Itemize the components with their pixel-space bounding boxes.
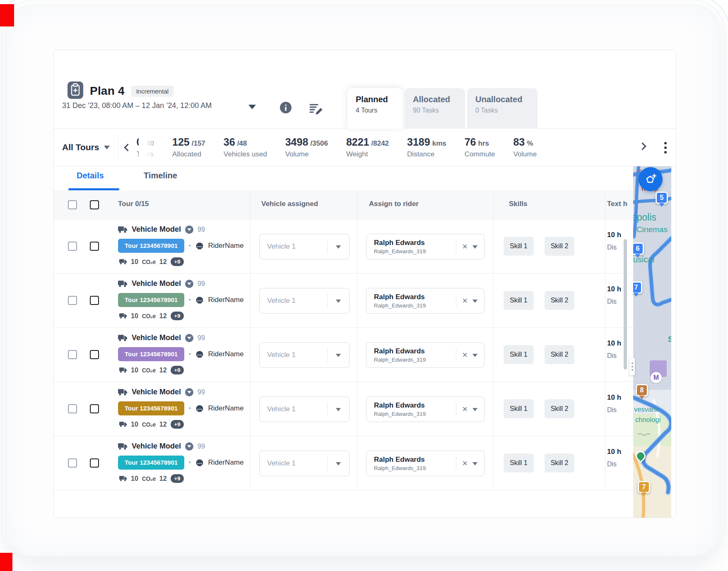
chevron-down-icon[interactable] <box>472 354 477 360</box>
chevron-down-icon[interactable] <box>472 408 477 414</box>
rider-helmet-icon <box>195 242 204 250</box>
row-checkbox[interactable] <box>90 296 99 305</box>
stat-item: 36 /48 Vehicles used <box>224 136 267 158</box>
rider-assign-box[interactable]: Ralph Edwards Ralph_Edwards_319 <box>366 288 485 314</box>
stat-value: 36 <box>224 136 235 148</box>
row-checkbox-outer[interactable] <box>68 350 77 359</box>
tour-summary-cell: 10 h Dis <box>607 448 633 468</box>
vertical-scrollbar[interactable] <box>624 239 627 369</box>
stats-fade-left <box>139 129 163 166</box>
tour-pill[interactable]: Tour 12345678901 <box>118 456 184 470</box>
skill-chip[interactable]: Skill 2 <box>545 237 575 256</box>
more-badge[interactable]: +9 <box>171 312 184 320</box>
map-panel[interactable]: hosp epolis Cinemas usical S vesvara chn… <box>633 166 671 518</box>
stats-scroll-right-icon[interactable] <box>639 142 646 150</box>
stat-item: 3189 kms Distance <box>407 136 446 158</box>
skill-chip[interactable]: Skill 2 <box>545 345 575 364</box>
map-marker[interactable]: 8 <box>636 384 648 396</box>
row-checkbox-outer[interactable] <box>68 242 77 251</box>
tour-pill[interactable]: Tour 12345678901 <box>118 239 184 253</box>
tab-unallocated[interactable]: Unallocated 0 Tasks <box>467 88 538 129</box>
map-marker[interactable]: 7 <box>638 481 650 493</box>
skill-chip[interactable]: Skill 2 <box>545 291 575 310</box>
row-checkbox-outer[interactable] <box>68 404 77 413</box>
tab-timeline[interactable]: Timeline <box>144 171 177 180</box>
skill-chip[interactable]: Skill 2 <box>545 399 575 418</box>
table-row: Vehicle Model 99 Tour 12345678901 RiderN… <box>54 436 633 490</box>
tour-pill[interactable]: Tour 12345678901 <box>118 401 184 415</box>
summary-primary: 10 h <box>607 339 633 348</box>
tab-allocated[interactable]: Allocated 90 Tasks <box>405 88 465 129</box>
stats-scroll-left-icon[interactable] <box>124 144 132 151</box>
vehicle-model-label: Vehicle Model <box>132 333 181 342</box>
map-label: Cinemas <box>636 225 668 234</box>
collapse-chevron-icon[interactable] <box>185 226 193 234</box>
vehicle-select[interactable]: Vehicle 1 <box>259 396 350 422</box>
rider-assign-box[interactable]: Ralph Edwards Ralph_Edwards_319 <box>366 342 485 368</box>
map-marker[interactable]: 5 <box>656 192 668 204</box>
edit-notes-icon[interactable] <box>309 102 323 117</box>
vehicle-select-value: Vehicle 1 <box>260 297 327 305</box>
collapse-chevron-icon[interactable] <box>185 388 193 396</box>
tab-details[interactable]: Details <box>77 171 104 180</box>
skill-chip[interactable]: Skill 1 <box>504 453 534 473</box>
vehicle-select[interactable]: Vehicle 1 <box>259 342 350 368</box>
rider-assign-box[interactable]: Ralph Edwards Ralph_Edwards_319 <box>366 234 485 259</box>
chevron-down-icon[interactable] <box>472 462 477 468</box>
plan-expand-chevron-down-icon[interactable] <box>248 105 256 113</box>
collapse-chevron-icon[interactable] <box>185 334 193 342</box>
row-checkbox-outer[interactable] <box>68 296 77 305</box>
tour-pill[interactable]: Tour 12345678901 <box>118 347 184 361</box>
more-badge[interactable]: +9 <box>171 257 184 266</box>
model-count: 99 <box>198 280 205 288</box>
clear-rider-icon[interactable] <box>462 350 468 360</box>
tour-pill[interactable]: Tour 12345678901 <box>118 293 184 307</box>
skill-chip[interactable]: Skill 1 <box>504 399 534 418</box>
assigned-rider-id: Ralph_Edwards_319 <box>374 465 456 471</box>
more-badge[interactable]: +9 <box>171 420 184 429</box>
select-all-checkbox-outer[interactable] <box>68 200 77 209</box>
select-all-checkbox[interactable] <box>90 200 99 209</box>
skill-chip[interactable]: Skill 1 <box>504 345 534 364</box>
column-divider <box>605 274 605 327</box>
truck-icon <box>119 421 127 427</box>
row-checkbox[interactable] <box>90 404 99 413</box>
clear-rider-icon[interactable] <box>462 404 468 415</box>
vehicle-select[interactable]: Vehicle 1 <box>259 288 350 314</box>
rider-assign-box[interactable]: Ralph Edwards Ralph_Edwards_319 <box>366 451 485 476</box>
collapse-chevron-icon[interactable] <box>185 280 193 288</box>
collapse-chevron-icon[interactable] <box>185 442 193 451</box>
info-icon[interactable] <box>280 101 292 115</box>
truck-icon <box>118 443 128 450</box>
map-resize-handle[interactable] <box>629 358 635 375</box>
skill-chip[interactable]: Skill 1 <box>504 291 534 310</box>
stat-value: 76 <box>465 136 476 148</box>
column-divider <box>493 436 494 490</box>
redraw-region-button[interactable] <box>639 167 663 191</box>
clear-rider-icon[interactable] <box>462 458 468 469</box>
row-checkbox[interactable] <box>90 242 99 251</box>
more-badge[interactable]: +9 <box>171 474 184 483</box>
column-divider <box>250 190 251 219</box>
vehicle-select[interactable]: Vehicle 1 <box>259 234 350 259</box>
row-checkbox[interactable] <box>90 350 99 359</box>
tab-planned[interactable]: Planned 4 Tours <box>347 88 403 129</box>
stat-denominator: hrs <box>478 139 489 148</box>
more-badge[interactable]: +9 <box>171 366 184 374</box>
more-options-kebab-icon[interactable] <box>664 142 667 144</box>
tours-filter-dropdown[interactable]: All Tours <box>62 142 110 152</box>
skill-chip[interactable]: Skill 1 <box>504 237 534 256</box>
rider-assign-box[interactable]: Ralph Edwards Ralph_Edwards_319 <box>366 396 485 422</box>
summary-secondary: Dis <box>607 244 633 251</box>
clear-rider-icon[interactable] <box>462 241 468 252</box>
row-checkbox[interactable] <box>90 458 99 468</box>
skill-chip[interactable]: Skill 2 <box>545 453 575 473</box>
map-marker[interactable]: 6 <box>633 242 644 255</box>
clear-rider-icon[interactable] <box>462 295 468 306</box>
chevron-down-icon[interactable] <box>472 245 477 251</box>
vehicle-select[interactable]: Vehicle 1 <box>259 451 350 476</box>
stat-label: Distance <box>407 150 446 158</box>
map-marker[interactable]: 7 <box>633 281 642 294</box>
row-checkbox-outer[interactable] <box>68 458 77 468</box>
chevron-down-icon[interactable] <box>472 300 477 305</box>
